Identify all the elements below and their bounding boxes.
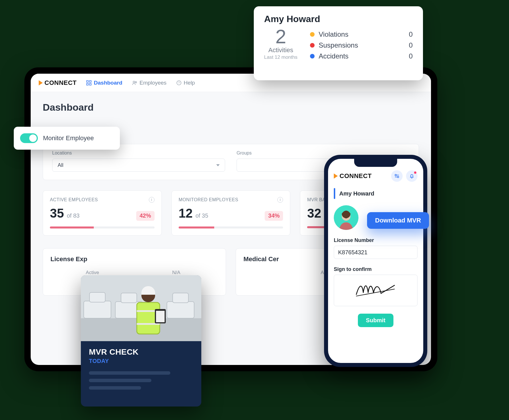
stat-percent-badge: 34% <box>265 211 283 221</box>
mvr-subtitle: TODAY <box>89 358 193 364</box>
notification-dot-icon <box>414 171 416 174</box>
nav-help[interactable]: ? Help <box>176 80 195 86</box>
svg-rect-11 <box>89 292 105 302</box>
svg-point-4 <box>133 81 135 83</box>
brand-logo: CONNECT <box>39 79 77 87</box>
filter-locations: Locations All <box>52 151 225 172</box>
phone-screen: CONNECT Amy Howard Licen <box>328 159 423 363</box>
phone-topbar: CONNECT <box>334 170 418 182</box>
activities-summary: 2 Activities Last 12 months <box>264 27 297 60</box>
mvr-placeholder-lines <box>89 371 193 390</box>
page-title: Dashboard <box>31 92 431 118</box>
notifications-button[interactable] <box>406 170 418 182</box>
mvr-photo <box>81 275 201 341</box>
svg-rect-2 <box>87 83 88 85</box>
license-number-value: K87654321 <box>338 249 367 256</box>
stat-value: 32 <box>307 206 321 220</box>
stat-monitored-employees[interactable]: MONITORED EMPLOYEES i 12 of 35 34% <box>171 190 290 236</box>
info-icon[interactable]: i <box>149 197 155 203</box>
people-icon <box>132 80 137 85</box>
activities-card: Amy Howard 2 Activities Last 12 months V… <box>254 6 423 80</box>
sliders-icon <box>394 173 400 179</box>
phone-frame: CONNECT Amy Howard Licen <box>324 155 427 367</box>
svg-rect-10 <box>84 301 111 318</box>
activity-value: 0 <box>409 41 413 49</box>
activities-count-label: Activities <box>264 46 297 54</box>
svg-rect-15 <box>173 293 188 303</box>
phone-notch <box>354 159 397 167</box>
monitor-employee-card: Monitor Employee <box>14 127 120 150</box>
activity-label: Suspensions <box>319 41 358 49</box>
dot-icon <box>310 43 315 48</box>
submit-button[interactable]: Submit <box>358 314 393 327</box>
phone-tab[interactable]: Amy Howard <box>334 188 418 199</box>
logo-chevron-icon <box>334 173 338 179</box>
logo-chevron-icon <box>39 80 43 85</box>
svg-point-5 <box>135 81 136 83</box>
license-number-label: License Number <box>334 237 418 243</box>
phone-brand-text: CONNECT <box>340 172 372 180</box>
mvr-title: MVR CHECK <box>89 347 193 357</box>
info-icon[interactable]: i <box>277 197 283 203</box>
nav-help-label: Help <box>184 80 195 86</box>
stat-bar <box>50 226 155 228</box>
activity-row-suspensions: Suspensions 0 <box>310 40 413 51</box>
svg-point-24 <box>397 176 399 178</box>
activity-label: Violations <box>319 30 348 38</box>
activities-person-name: Amy Howard <box>264 14 413 24</box>
sign-label: Sign to confirm <box>334 266 418 272</box>
activities-count: 2 <box>264 27 297 46</box>
svg-rect-22 <box>156 311 165 322</box>
settings-button[interactable] <box>391 170 403 182</box>
locations-select[interactable]: All <box>52 159 225 172</box>
dot-icon <box>310 32 315 37</box>
tab-indicator <box>334 188 335 199</box>
bell-icon <box>409 173 415 179</box>
grid-icon <box>86 80 91 85</box>
svg-rect-14 <box>167 302 194 318</box>
nav-employees[interactable]: Employees <box>132 80 167 86</box>
activity-row-accidents: Accidents 0 <box>310 51 413 62</box>
svg-text:?: ? <box>178 81 180 84</box>
chevron-down-icon <box>216 164 220 166</box>
stat-of: of 83 <box>67 212 79 219</box>
phone-brand: CONNECT <box>334 172 372 180</box>
brand-text: CONNECT <box>44 79 77 87</box>
stat-value: 35 <box>50 206 64 220</box>
avatar <box>334 205 358 230</box>
stat-bar <box>179 226 283 228</box>
nav-dashboard-label: Dashboard <box>94 80 122 86</box>
activity-row-violations: Violations 0 <box>310 29 413 40</box>
locations-value: All <box>58 162 63 168</box>
svg-rect-13 <box>121 293 137 303</box>
phone-tab-label: Amy Howard <box>339 190 374 197</box>
nav-dashboard[interactable]: Dashboard <box>86 80 122 86</box>
stat-active-employees[interactable]: ACTIVE EMPLOYEES i 35 of 83 42% <box>43 190 162 236</box>
mvr-check-card: MVR CHECK TODAY <box>81 275 201 407</box>
info-title: License Exp <box>50 255 218 263</box>
svg-point-23 <box>395 174 396 176</box>
dot-icon <box>310 54 315 58</box>
signature-icon <box>354 280 397 300</box>
license-number-input[interactable]: K87654321 <box>334 246 418 259</box>
info-col-label: N/A <box>134 270 219 276</box>
help-icon: ? <box>176 80 182 85</box>
activity-value: 0 <box>409 52 413 60</box>
activities-period: Last 12 months <box>264 54 297 60</box>
stat-title: MONITORED EMPLOYEES <box>179 197 238 202</box>
activity-label: Accidents <box>319 52 348 60</box>
monitor-toggle-label: Monitor Employee <box>43 134 94 142</box>
nav-employees-label: Employees <box>140 80 167 86</box>
stat-of: of 35 <box>196 212 208 219</box>
signature-pad[interactable] <box>334 275 418 306</box>
stat-value: 12 <box>179 206 193 220</box>
download-mvr-button[interactable]: Download MVR <box>367 212 429 229</box>
activities-list: Violations 0 Suspensions 0 Accidents 0 <box>310 27 413 62</box>
svg-rect-0 <box>87 81 88 82</box>
svg-rect-3 <box>89 83 91 85</box>
filter-locations-label: Locations <box>52 151 225 156</box>
svg-rect-1 <box>89 81 91 82</box>
info-col-label: Active <box>50 270 134 276</box>
stat-title: ACTIVE EMPLOYEES <box>50 197 98 202</box>
monitor-toggle[interactable] <box>20 133 38 143</box>
